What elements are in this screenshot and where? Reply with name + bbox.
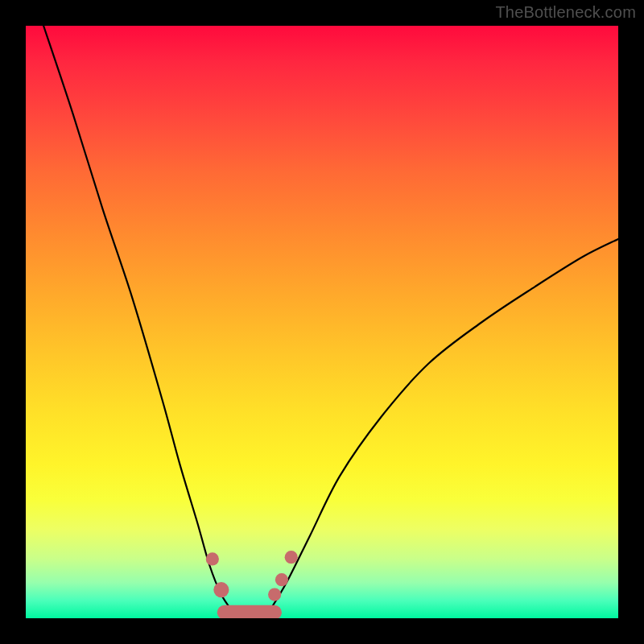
chart-frame: TheBottleneck.com (0, 0, 644, 644)
watermark-text: TheBottleneck.com (495, 3, 636, 22)
marker-dot (268, 588, 281, 601)
marker-dot (285, 551, 298, 564)
marker-dot (275, 573, 288, 586)
marker-set (206, 551, 298, 613)
chart-svg (26, 26, 618, 618)
marker-dot (206, 552, 219, 565)
plot-area (26, 26, 618, 618)
curve-right-branch (269, 239, 618, 613)
marker-dot (213, 582, 229, 597)
curve-left-branch (43, 26, 233, 613)
